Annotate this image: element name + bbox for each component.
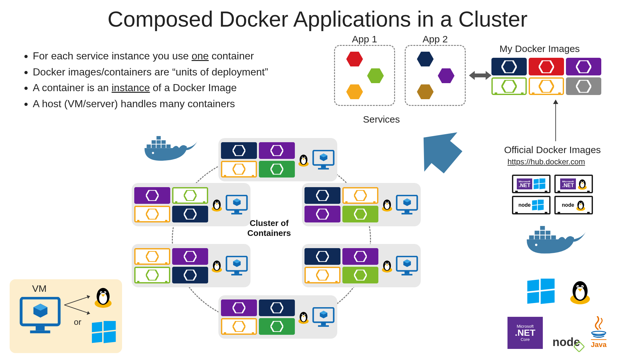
container-icon (221, 299, 257, 316)
hex-icon (367, 68, 384, 83)
svg-marker-31 (502, 80, 516, 93)
linux-icon (297, 310, 310, 324)
docker-image-icon (529, 58, 564, 75)
docker-image-icon (566, 58, 601, 75)
vm-monitor-icon (19, 297, 61, 334)
vm-monitor-icon (396, 195, 418, 215)
hex-icon (417, 52, 434, 66)
svg-marker-37 (184, 190, 196, 201)
container-icon (172, 206, 208, 222)
svg-marker-39 (354, 190, 366, 201)
bullet-item: For each service instance you use one co… (33, 48, 268, 64)
container-icon (134, 267, 170, 283)
official-images-label: Official Docker Images (495, 144, 610, 155)
branch-arrow-icon (64, 294, 96, 316)
linux-icon (93, 285, 113, 308)
host-node (302, 183, 421, 226)
container-icon (221, 318, 257, 335)
docker-image-icon (491, 58, 527, 75)
linux-icon (211, 198, 223, 212)
vm-monitor-icon (225, 195, 248, 215)
svg-marker-43 (233, 321, 245, 332)
services-label: Services (363, 114, 400, 125)
os-logos (527, 278, 592, 305)
container-icon (259, 142, 295, 159)
container-icon (304, 187, 340, 204)
container-icon (304, 267, 340, 283)
double-arrow-icon (469, 69, 491, 83)
linux-icon (297, 153, 310, 167)
docker-whale-icon (527, 225, 588, 258)
svg-marker-41 (146, 270, 158, 281)
svg-line-46 (64, 305, 90, 314)
windows-icon (92, 321, 117, 343)
host-node (132, 183, 251, 226)
container-icon (259, 161, 295, 178)
svg-marker-32 (539, 80, 553, 93)
tech-logos: Microsoft .NET Core node Java (507, 316, 608, 349)
my-images-grid (491, 58, 601, 95)
svg-marker-42 (316, 270, 329, 281)
container-icon (304, 248, 340, 265)
hex-icon (346, 84, 363, 99)
docker-whale-icon (145, 135, 199, 165)
apps-area: App 1 App 2 (334, 45, 466, 106)
container-icon (172, 248, 208, 265)
container-icon (134, 248, 170, 265)
container-icon (172, 187, 208, 204)
windows-icon (527, 279, 556, 304)
host-node (132, 244, 251, 287)
bullet-list: For each service instance you use one co… (22, 48, 268, 112)
linux-icon (381, 259, 393, 273)
netcore-logo: Microsoft .NET Core (507, 317, 543, 349)
vm-monitor-icon (312, 150, 335, 170)
container-icon (221, 161, 257, 178)
official-image-net-linux: Microsoft.NET (554, 175, 593, 193)
linux-icon (381, 198, 393, 212)
vm-monitor-icon (396, 256, 418, 276)
container-icon (259, 299, 295, 316)
official-image-net-windows: Microsoft.NET (512, 175, 551, 193)
page-title: Composed Docker Applications in a Cluste… (0, 0, 635, 31)
vm-monitor-icon (312, 307, 335, 327)
app2-label: App 2 (406, 34, 465, 45)
svg-marker-30 (469, 71, 491, 80)
node-logo: node (552, 335, 580, 349)
container-icon (342, 267, 378, 283)
hex-icon (346, 52, 363, 66)
deploy-arrow-icon (411, 122, 475, 187)
svg-marker-38 (146, 209, 158, 220)
bullet-item: A host (VM/server) handles many containe… (33, 96, 268, 112)
vm-monitor-icon (225, 256, 248, 276)
official-images-grid: Microsoft.NET Microsoft.NET node node (511, 173, 594, 216)
container-icon (304, 206, 340, 222)
linux-icon (211, 259, 223, 273)
official-image-node-linux: node (554, 196, 593, 214)
host-node (218, 138, 337, 181)
hub-link[interactable]: https://hub.docker.com (507, 157, 585, 166)
or-label: or (74, 317, 81, 327)
cluster-label: Cluster of Containers (247, 218, 291, 238)
app1-label: App 1 (335, 34, 394, 45)
hex-icon (417, 84, 434, 99)
app1-box: App 1 (334, 45, 395, 106)
official-image-node-windows: node (512, 196, 551, 214)
host-node (302, 244, 421, 287)
container-icon (342, 248, 378, 265)
linux-icon (569, 278, 592, 305)
vm-label: VM (32, 283, 47, 294)
svg-marker-36 (233, 164, 245, 175)
bullet-item: A container is an instance of a Docker I… (33, 80, 268, 96)
my-images-label: My Docker Images (499, 43, 580, 54)
container-icon (221, 142, 257, 159)
container-icon (134, 206, 170, 222)
java-logo: Java (590, 316, 608, 349)
container-icon (342, 206, 378, 222)
docker-image-icon (566, 77, 601, 95)
container-icon (259, 318, 295, 335)
app2-box: App 2 (405, 45, 466, 106)
container-icon (134, 187, 170, 204)
docker-image-icon (529, 77, 564, 95)
arrow-up-icon (551, 100, 560, 143)
docker-image-icon (491, 77, 527, 95)
